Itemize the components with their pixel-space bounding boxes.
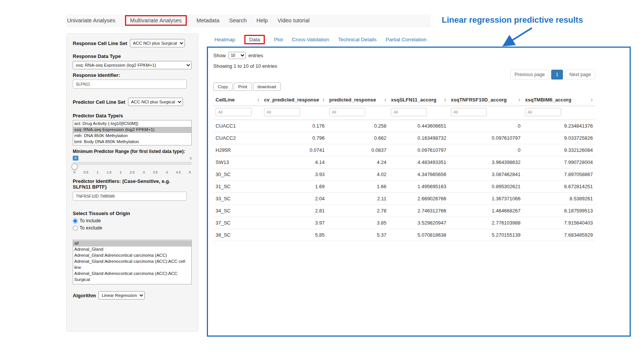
filter-input-xsqtnfrsf10d[interactable] — [451, 108, 487, 116]
predictor-data-types-listbox: act: Drug Activity (-log10[IC50M]) xsq: … — [73, 120, 192, 145]
column-header-cellline[interactable]: CellLine▲▼ — [213, 94, 262, 106]
previous-page-button[interactable]: Previous page — [510, 70, 549, 80]
column-header-xsqslfn11[interactable]: xsqSLFN11_accorg▲▼ — [389, 94, 449, 106]
tick-label: 1 — [97, 170, 98, 174]
table-row[interactable]: H295R0.07410.08370.09761079709.332126084 — [213, 144, 595, 156]
filter-input-cv-predicted-response[interactable] — [264, 108, 300, 116]
slider-value-bubble: 0 — [73, 156, 78, 161]
filter-input-xsqslfn11[interactable] — [391, 108, 427, 116]
tissue-listbox: all Adrenal_Gland Adrenal_Gland:Adrenoco… — [73, 240, 192, 284]
sort-icon[interactable]: ▲▼ — [384, 98, 387, 102]
results-table: CellLine▲▼ cv_predicted_response▲▼ predi… — [213, 94, 595, 241]
response-data-type-label: Response Data Type — [73, 53, 192, 59]
slider-tick-labels: 0 0.5 1 1.5 2 2.5 3 3.5 4 4.5 5 — [73, 170, 191, 174]
tick-label: 3.5 — [153, 170, 158, 174]
predictor-data-type-option[interactable]: bmt: Body DNA 850K Methylation — [73, 139, 191, 145]
tissue-exclude-label: To exclude — [80, 225, 102, 231]
column-header-xsqtnfrsf10d[interactable]: xsqTNFRSF10D_accorg▲▼ — [449, 94, 523, 106]
table-row[interactable]: 33_SC2.042.112.6690267661.3673710668.538… — [213, 193, 595, 205]
response-identifier-input[interactable] — [73, 80, 187, 89]
entries-label: entries — [249, 53, 263, 58]
copy-button[interactable]: Copy — [213, 83, 233, 91]
filter-input-cellline[interactable] — [216, 108, 252, 116]
tick-label: 4.5 — [176, 170, 181, 174]
tissue-origin-label: Select Tissue/s of Origin — [73, 211, 192, 216]
tick-label: 0 — [73, 170, 75, 174]
nav-item-video-tutorial[interactable]: Video tutorial — [278, 17, 309, 23]
show-entries-row: Show 10 entries — [213, 52, 595, 59]
nav-item-multivariate-analyses[interactable]: Multivariate Analyses — [125, 15, 186, 26]
sort-icon[interactable]: ▲▼ — [518, 98, 521, 102]
algorithm-select[interactable]: Linear Regression — [98, 291, 145, 300]
tick-label: 0.5 — [84, 170, 89, 174]
top-nav: Univariate Analyses Multivariate Analyse… — [66, 14, 431, 27]
column-header-xsqtmbim6[interactable]: xsqTMBIM6_accorg▲▼ — [523, 94, 595, 106]
tab-data[interactable]: Data — [244, 35, 265, 44]
table-row[interactable]: 37_SC3.973.853.5298209472.7761039887.915… — [213, 217, 595, 229]
tick-label: 1.5 — [107, 170, 112, 174]
predictor-data-type-option[interactable]: mth: DNA 850K Methylation — [73, 133, 191, 139]
tissue-option[interactable]: Adrenal_Gland:Adrenocortical carcinoma (… — [73, 271, 191, 283]
tissue-option-selected[interactable]: all — [73, 240, 191, 247]
tissue-option[interactable]: Adrenal_Gland:Adrenocortical carcinoma (… — [73, 253, 191, 259]
tissue-include-radio[interactable] — [73, 218, 78, 223]
nav-item-univariate-analyses[interactable]: Univariate Analyses — [67, 17, 115, 23]
table-row[interactable]: 38_SC5.855.375.0708186385.2701551397.683… — [213, 229, 595, 241]
response-identifier-label: Response Identifier: — [73, 72, 192, 78]
predictor-identifiers-label: Predictor Identifiers: (Case-Sensitive, … — [73, 178, 186, 190]
table-info-text: Showing 1 to 10 of 10 entries — [213, 63, 595, 69]
sort-icon[interactable]: ▲▼ — [257, 98, 260, 102]
nav-item-help[interactable]: Help — [256, 17, 268, 23]
download-button[interactable]: download — [253, 83, 281, 91]
sort-icon[interactable]: ▲▼ — [591, 98, 593, 102]
annotation-text: Linear regression predictive results — [442, 15, 583, 25]
slider-handle[interactable] — [72, 164, 78, 170]
next-page-button[interactable]: Next page — [565, 70, 595, 80]
tab-plot[interactable]: Plot — [274, 37, 283, 42]
tissue-exclude-radio[interactable] — [73, 226, 78, 231]
sidebar-controls-panel: Response Cell Line Set ACC NCI plus Surg… — [66, 33, 198, 332]
table-filter-row — [213, 106, 595, 120]
tab-technical-details[interactable]: Technical Details — [338, 37, 377, 42]
table-row[interactable]: CUACC10.1760.2580.44360665109.234841376 — [213, 120, 595, 132]
predictor-identifiers-input[interactable] — [73, 192, 187, 201]
tick-label: 2.5 — [130, 170, 135, 174]
tab-cross-validation[interactable]: Cross-Validation — [292, 37, 329, 42]
response-data-type-select[interactable]: xsq: RNA-seq Expression (log2 FPKM+1) — [73, 61, 192, 69]
filter-input-predicted-response[interactable] — [329, 108, 365, 116]
tab-heatmap[interactable]: Heatmap — [214, 37, 235, 42]
nav-item-metadata[interactable]: Metadata — [197, 17, 219, 23]
tissue-option[interactable]: Adrenal_Gland:Adrenocortical carcinoma (… — [73, 259, 191, 271]
tab-partial-correlation[interactable]: Partial Correlation — [386, 37, 427, 42]
table-row[interactable]: 30_SC3.934.024.3476656563.0874628417.897… — [213, 169, 595, 181]
column-header-cv-predicted-response[interactable]: cv_predicted_response▲▼ — [262, 94, 327, 106]
print-button[interactable]: Print — [234, 83, 252, 91]
table-row[interactable]: CUACC20.7960.6620.1634987320.0976107979.… — [213, 132, 595, 144]
annotation-arrow-icon — [499, 26, 535, 48]
results-tabs: Heatmap Data Plot Cross-Validation Techn… — [214, 36, 427, 43]
filter-input-xsqtmbim6[interactable] — [525, 108, 561, 116]
tissue-option[interactable]: Adrenal_Gland — [73, 247, 191, 253]
tick-label: 3 — [143, 170, 145, 174]
results-panel: Show 10 entries Showing 1 to 10 of 10 en… — [207, 47, 631, 337]
table-header-row: CellLine▲▼ cv_predicted_response▲▼ predi… — [213, 94, 595, 106]
minimum-predictor-range-label: Minimum Predictor Range (for first liste… — [73, 149, 192, 154]
predictor-cell-line-set-select[interactable]: ACC NCI plus Surgical — [128, 98, 183, 106]
tick-label: 4 — [166, 170, 168, 174]
sort-icon[interactable]: ▲▼ — [444, 98, 447, 102]
table-row[interactable]: 31_SC1.691.661.4956951630.8953026218.672… — [213, 181, 595, 193]
nav-item-search[interactable]: Search — [229, 17, 247, 23]
response-cell-line-set-select[interactable]: ACC NCI plus Surgical — [130, 39, 185, 47]
sort-icon[interactable]: ▲▼ — [322, 98, 325, 102]
page-number-button[interactable]: 1 — [551, 70, 563, 80]
table-row[interactable]: SW134.144.244.4834933513.9643986327.9907… — [213, 156, 595, 169]
predictor-data-type-option[interactable]: act: Drug Activity (-log10[IC50M]) — [73, 121, 191, 127]
slider-track[interactable] — [73, 162, 192, 165]
export-buttons-row: Copy Print download — [213, 83, 595, 91]
page-length-select[interactable]: 10 — [228, 52, 246, 59]
predictor-data-type-option-selected[interactable]: xsq: RNA-seq Expression (log2 FPKM+1) — [73, 127, 191, 133]
table-row[interactable]: 34_SC2.812.782.7463127661.4646682678.187… — [213, 205, 595, 217]
predictor-data-types-label: Predictor Data Type/s — [73, 113, 192, 119]
algorithm-label: Algorithm — [73, 293, 96, 298]
column-header-predicted-response[interactable]: predicted_response▲▼ — [327, 94, 389, 106]
